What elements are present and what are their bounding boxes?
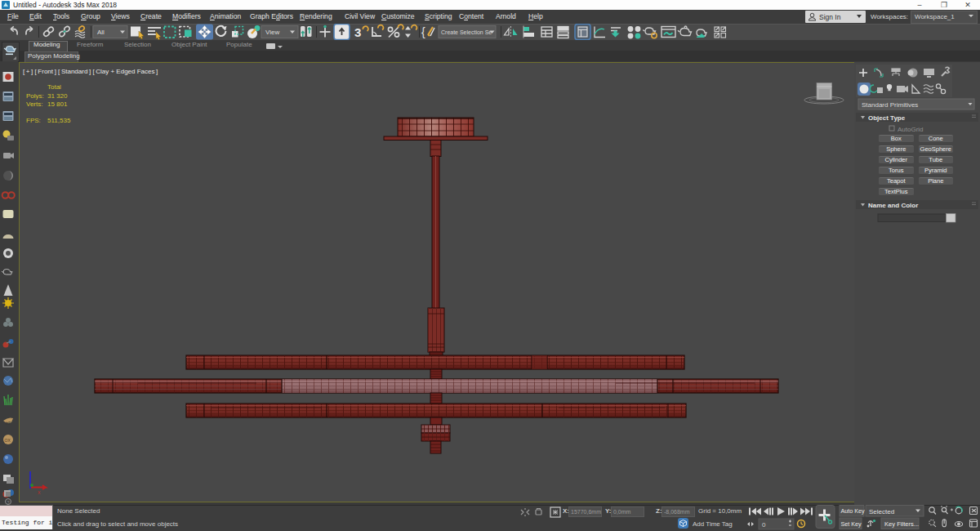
svg-text:Set Key: Set Key xyxy=(841,520,862,528)
svg-text:Standard Primitives: Standard Primitives xyxy=(862,101,918,109)
svg-text:Auto Key: Auto Key xyxy=(841,507,866,515)
svg-text:Object Type: Object Type xyxy=(868,114,906,122)
svg-text:View: View xyxy=(265,29,279,36)
svg-text:Selected: Selected xyxy=(869,508,894,515)
svg-text:Create Selection Se: Create Selection Se xyxy=(441,29,492,35)
svg-text:3: 3 xyxy=(354,25,361,39)
svg-text:Name and Color: Name and Color xyxy=(868,202,918,209)
svg-text:HF: HF xyxy=(6,421,11,426)
svg-text:0: 0 xyxy=(762,521,766,529)
svg-text:Key Filters...: Key Filters... xyxy=(884,520,919,528)
svg-text:AutoGrid: AutoGrid xyxy=(898,126,924,133)
svg-text:?: ? xyxy=(7,500,10,505)
svg-text:x: x xyxy=(38,489,41,495)
svg-text:{: { xyxy=(421,25,425,38)
svg-text:OX: OX xyxy=(5,438,11,443)
svg-text:All: All xyxy=(97,29,105,36)
